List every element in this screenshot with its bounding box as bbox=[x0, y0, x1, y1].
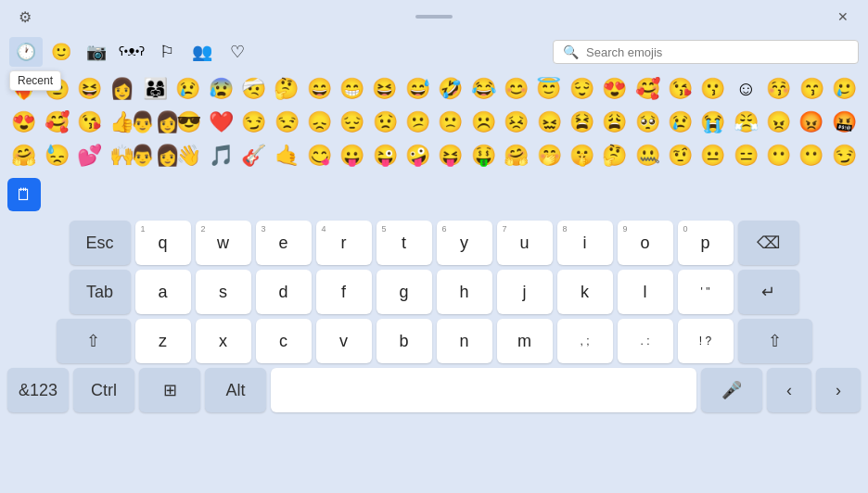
key-n[interactable]: n bbox=[437, 319, 492, 363]
emoji-cell[interactable]: 😞 bbox=[303, 106, 336, 139]
emoji-cell[interactable]: 😩 bbox=[598, 106, 631, 139]
key-⇧[interactable]: ⇧ bbox=[57, 319, 131, 363]
emoji-cell[interactable]: 👋 bbox=[172, 139, 204, 172]
emoji-cell[interactable]: 😶 bbox=[762, 139, 795, 172]
emoji-cell[interactable]: 😁 bbox=[336, 72, 368, 106]
emoji-cell[interactable]: 😢 bbox=[172, 72, 204, 106]
emoji-cell[interactable]: 😏 bbox=[828, 139, 861, 172]
key-›[interactable]: › bbox=[816, 368, 861, 412]
key-k[interactable]: k bbox=[557, 270, 613, 314]
key-Alt[interactable]: Alt bbox=[205, 368, 266, 412]
key-w[interactable]: 2w bbox=[196, 221, 251, 265]
emoji-cell[interactable]: 😊 bbox=[500, 72, 532, 106]
key-h[interactable]: h bbox=[437, 270, 492, 314]
key-v[interactable]: v bbox=[316, 319, 372, 363]
emoji-cell[interactable]: 👨‍👩‍👧 bbox=[139, 72, 172, 106]
key-s[interactable]: s bbox=[196, 270, 251, 314]
emoji-cell[interactable]: 😇 bbox=[532, 72, 565, 106]
key-space[interactable] bbox=[271, 368, 696, 412]
emoji-cell[interactable]: 😐 bbox=[696, 139, 729, 172]
emoji-cell[interactable]: 🎸 bbox=[237, 139, 270, 172]
emoji-cell[interactable]: 🥺 bbox=[631, 106, 663, 139]
emoji-cell[interactable]: ☺️ bbox=[730, 72, 762, 106]
key-Esc[interactable]: Esc bbox=[70, 221, 131, 265]
cat-recent[interactable]: 🕐 Recent bbox=[9, 37, 43, 67]
emoji-cell[interactable]: 🤙 bbox=[271, 139, 303, 172]
key-t[interactable]: 5t bbox=[377, 221, 432, 265]
emoji-cell[interactable]: 😝 bbox=[434, 139, 466, 172]
emoji-cell[interactable]: 🤬 bbox=[828, 106, 861, 139]
emoji-cell[interactable]: 🤐 bbox=[631, 139, 663, 172]
key-g[interactable]: g bbox=[377, 270, 432, 314]
emoji-cell[interactable]: 🥰 bbox=[631, 72, 663, 106]
key-r[interactable]: 4r bbox=[316, 221, 372, 265]
clipboard-button[interactable]: 🗒 bbox=[7, 178, 41, 211]
key-x[interactable]: x bbox=[196, 319, 251, 363]
emoji-cell[interactable]: ☹️ bbox=[467, 106, 500, 139]
emoji-cell[interactable]: 😢 bbox=[664, 106, 696, 139]
emoji-cell[interactable]: 🥲 bbox=[828, 72, 861, 106]
cat-gif[interactable]: 📷 bbox=[80, 37, 113, 67]
emoji-cell[interactable]: 😂 bbox=[466, 72, 499, 106]
emoji-cell[interactable]: 😅 bbox=[402, 72, 434, 106]
emoji-cell[interactable]: 😠 bbox=[762, 106, 795, 139]
emoji-cell[interactable]: 😜 bbox=[369, 139, 402, 172]
emoji-cell[interactable]: 🤪 bbox=[402, 139, 434, 172]
emoji-cell[interactable]: 😌 bbox=[566, 72, 598, 106]
emoji-cell[interactable]: 😄 bbox=[303, 72, 336, 106]
key-z[interactable]: z bbox=[135, 319, 191, 363]
emoji-cell[interactable]: 😣 bbox=[500, 106, 532, 139]
key-y[interactable]: 6y bbox=[437, 221, 492, 265]
emoji-cell[interactable]: 🤔 bbox=[270, 72, 302, 106]
emoji-cell[interactable]: 😖 bbox=[532, 106, 565, 139]
key-‹[interactable]: ‹ bbox=[767, 368, 811, 412]
key-&123[interactable]: &123 bbox=[7, 368, 69, 412]
cat-symbols[interactable]: ⚐ bbox=[150, 37, 184, 67]
emoji-cell[interactable]: 💕 bbox=[73, 139, 106, 172]
key-⌫[interactable]: ⌫ bbox=[738, 221, 799, 265]
close-button[interactable]: ✕ bbox=[829, 3, 857, 31]
cat-favorites[interactable]: ♡ bbox=[221, 37, 254, 67]
emoji-cell[interactable]: 🤑 bbox=[467, 139, 500, 172]
search-box[interactable]: 🔍 bbox=[553, 40, 859, 64]
emoji-cell[interactable]: 😆 bbox=[73, 72, 106, 106]
emoji-cell[interactable]: ❤️ bbox=[205, 106, 237, 139]
emoji-cell[interactable]: 😙 bbox=[795, 72, 827, 106]
emoji-cell[interactable]: 🤭 bbox=[532, 139, 565, 172]
emoji-cell[interactable]: 😍 bbox=[7, 106, 40, 139]
key-j[interactable]: j bbox=[497, 270, 553, 314]
emoji-cell[interactable]: 😑 bbox=[730, 139, 762, 172]
key-i[interactable]: 8i bbox=[557, 221, 613, 265]
key-p[interactable]: 0p bbox=[678, 221, 734, 265]
emoji-cell[interactable]: 🤨 bbox=[664, 139, 696, 172]
key-Ctrl[interactable]: Ctrl bbox=[73, 368, 134, 412]
key-, ;[interactable]: , ; bbox=[557, 319, 613, 363]
key-c[interactable]: c bbox=[256, 319, 312, 363]
emoji-cell[interactable]: 🥰 bbox=[40, 106, 72, 139]
emoji-cell[interactable]: 😍 bbox=[598, 72, 631, 106]
settings-icon[interactable]: ⚙ bbox=[11, 3, 39, 31]
emoji-cell[interactable]: 😛 bbox=[336, 139, 368, 172]
emoji-cell[interactable]: 😘 bbox=[664, 72, 696, 106]
emoji-cell[interactable]: 👨‍👩 bbox=[138, 106, 172, 139]
emoji-cell[interactable]: 🤫 bbox=[566, 139, 598, 172]
emoji-cell[interactable]: 👨‍👩 bbox=[138, 139, 172, 172]
emoji-cell[interactable]: 😔 bbox=[336, 106, 368, 139]
emoji-cell[interactable]: 😘 bbox=[73, 106, 106, 139]
emoji-cell[interactable]: 😏 bbox=[237, 106, 270, 139]
emoji-cell[interactable]: 😓 bbox=[40, 139, 72, 172]
key-Tab[interactable]: Tab bbox=[70, 270, 131, 314]
key-🎤[interactable]: 🎤 bbox=[701, 368, 762, 412]
key-a[interactable]: a bbox=[135, 270, 191, 314]
key-q[interactable]: 1q bbox=[135, 221, 191, 265]
emoji-cell[interactable]: 🤣 bbox=[434, 72, 466, 106]
emoji-cell[interactable]: 👩 bbox=[106, 72, 138, 106]
emoji-cell[interactable]: 🎵 bbox=[205, 139, 237, 172]
emoji-cell[interactable]: 🙁 bbox=[434, 106, 466, 139]
emoji-cell[interactable]: 😋 bbox=[303, 139, 336, 172]
emoji-cell[interactable]: 😚 bbox=[762, 72, 795, 106]
emoji-cell[interactable]: 😶 bbox=[795, 139, 827, 172]
cat-kaomoji[interactable]: ʕ•ᴥ•ʔ bbox=[115, 37, 148, 67]
emoji-cell[interactable]: 🤗 bbox=[500, 139, 532, 172]
emoji-cell[interactable]: 🤕 bbox=[237, 72, 270, 106]
